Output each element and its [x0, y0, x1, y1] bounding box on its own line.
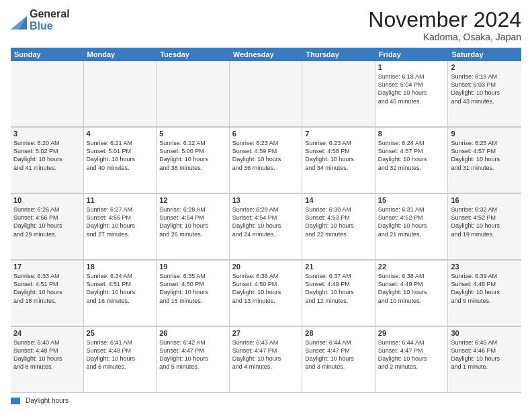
calendar-header-day: Tuesday — [157, 48, 230, 61]
day-number: 26 — [159, 329, 226, 337]
calendar-cell: 14Sunrise: 6:30 AM Sunset: 4:53 PM Dayli… — [302, 194, 375, 260]
day-number: 5 — [159, 130, 226, 138]
calendar-cell: 30Sunrise: 6:45 AM Sunset: 4:46 PM Dayli… — [448, 327, 521, 393]
day-info: Sunrise: 6:45 AM Sunset: 4:46 PM Dayligh… — [451, 338, 519, 371]
day-info: Sunrise: 6:19 AM Sunset: 5:03 PM Dayligh… — [451, 73, 519, 105]
day-info: Sunrise: 6:29 AM Sunset: 4:54 PM Dayligh… — [232, 205, 300, 238]
day-number: 27 — [232, 329, 300, 337]
calendar-cell: 26Sunrise: 6:42 AM Sunset: 4:47 PM Dayli… — [157, 327, 230, 393]
calendar-cell — [302, 61, 375, 127]
calendar: SundayMondayTuesdayWednesdayThursdayFrid… — [11, 48, 521, 393]
calendar-cell: 8Sunrise: 6:24 AM Sunset: 4:57 PM Daylig… — [375, 128, 449, 193]
day-info: Sunrise: 6:27 AM Sunset: 4:55 PM Dayligh… — [87, 205, 154, 238]
calendar-cell: 7Sunrise: 6:23 AM Sunset: 4:58 PM Daylig… — [302, 128, 375, 193]
day-number: 19 — [159, 263, 226, 271]
day-info: Sunrise: 6:22 AM Sunset: 5:00 PM Dayligh… — [159, 139, 226, 172]
day-info: Sunrise: 6:28 AM Sunset: 4:54 PM Dayligh… — [159, 205, 226, 238]
day-info: Sunrise: 6:31 AM Sunset: 4:52 PM Dayligh… — [378, 205, 445, 238]
day-number: 4 — [87, 130, 154, 138]
day-number: 24 — [13, 329, 81, 337]
day-info: Sunrise: 6:30 AM Sunset: 4:53 PM Dayligh… — [305, 205, 372, 238]
logo-general-text: General — [30, 8, 70, 20]
calendar-cell: 9Sunrise: 6:25 AM Sunset: 4:57 PM Daylig… — [448, 128, 521, 193]
calendar-header-day: Friday — [375, 48, 449, 61]
day-number: 8 — [378, 130, 445, 138]
day-info: Sunrise: 6:37 AM Sunset: 4:49 PM Dayligh… — [305, 272, 372, 305]
day-number: 2 — [451, 63, 519, 71]
day-info: Sunrise: 6:21 AM Sunset: 5:01 PM Dayligh… — [87, 139, 154, 172]
calendar-cell: 29Sunrise: 6:44 AM Sunset: 4:47 PM Dayli… — [375, 327, 449, 393]
day-number: 23 — [451, 263, 519, 271]
calendar-cell: 28Sunrise: 6:44 AM Sunset: 4:47 PM Dayli… — [302, 327, 375, 393]
logo-icon — [11, 11, 27, 30]
calendar-cell: 21Sunrise: 6:37 AM Sunset: 4:49 PM Dayli… — [302, 261, 375, 326]
day-number: 29 — [378, 329, 445, 337]
calendar-week-row: 24Sunrise: 6:40 AM Sunset: 4:48 PM Dayli… — [11, 327, 521, 393]
calendar-week-row: 10Sunrise: 6:26 AM Sunset: 4:56 PM Dayli… — [11, 194, 521, 261]
day-number: 28 — [305, 329, 372, 337]
day-number: 11 — [87, 196, 154, 204]
logo-text: General Blue — [30, 8, 70, 32]
calendar-week-row: 3Sunrise: 6:20 AM Sunset: 5:02 PM Daylig… — [11, 128, 521, 194]
calendar-header-day: Thursday — [302, 48, 375, 61]
day-info: Sunrise: 6:41 AM Sunset: 4:48 PM Dayligh… — [87, 338, 154, 371]
calendar-cell: 4Sunrise: 6:21 AM Sunset: 5:01 PM Daylig… — [84, 128, 157, 193]
calendar-cell: 24Sunrise: 6:40 AM Sunset: 4:48 PM Dayli… — [11, 327, 84, 393]
calendar-cell: 22Sunrise: 6:38 AM Sunset: 4:49 PM Dayli… — [375, 261, 449, 326]
calendar-cell — [230, 61, 303, 127]
calendar-body: 1Sunrise: 6:18 AM Sunset: 5:04 PM Daylig… — [11, 61, 521, 393]
calendar-cell: 3Sunrise: 6:20 AM Sunset: 5:02 PM Daylig… — [11, 128, 84, 193]
day-number: 7 — [305, 130, 372, 138]
calendar-cell: 11Sunrise: 6:27 AM Sunset: 4:55 PM Dayli… — [84, 194, 157, 260]
day-info: Sunrise: 6:43 AM Sunset: 4:47 PM Dayligh… — [232, 338, 300, 371]
calendar-header-day: Wednesday — [230, 48, 303, 61]
calendar-header: SundayMondayTuesdayWednesdayThursdayFrid… — [11, 48, 521, 61]
day-info: Sunrise: 6:33 AM Sunset: 4:51 PM Dayligh… — [13, 272, 81, 305]
calendar-cell: 13Sunrise: 6:29 AM Sunset: 4:54 PM Dayli… — [230, 194, 303, 260]
calendar-cell — [157, 61, 230, 127]
day-number: 10 — [13, 196, 81, 204]
day-info: Sunrise: 6:34 AM Sunset: 4:51 PM Dayligh… — [87, 272, 154, 305]
day-number: 14 — [305, 196, 372, 204]
calendar-cell: 12Sunrise: 6:28 AM Sunset: 4:54 PM Dayli… — [157, 194, 230, 260]
day-info: Sunrise: 6:32 AM Sunset: 4:52 PM Dayligh… — [451, 205, 519, 238]
calendar-cell: 5Sunrise: 6:22 AM Sunset: 5:00 PM Daylig… — [157, 128, 230, 193]
day-info: Sunrise: 6:18 AM Sunset: 5:04 PM Dayligh… — [378, 73, 445, 105]
calendar-cell: 19Sunrise: 6:35 AM Sunset: 4:50 PM Dayli… — [157, 261, 230, 326]
calendar-cell: 20Sunrise: 6:36 AM Sunset: 4:50 PM Dayli… — [230, 261, 303, 326]
day-info: Sunrise: 6:20 AM Sunset: 5:02 PM Dayligh… — [13, 139, 81, 172]
day-info: Sunrise: 6:25 AM Sunset: 4:57 PM Dayligh… — [451, 139, 519, 172]
day-info: Sunrise: 6:42 AM Sunset: 4:47 PM Dayligh… — [159, 338, 226, 371]
calendar-cell: 15Sunrise: 6:31 AM Sunset: 4:52 PM Dayli… — [375, 194, 449, 260]
day-number: 16 — [451, 196, 519, 204]
day-number: 3 — [13, 130, 81, 138]
calendar-cell: 18Sunrise: 6:34 AM Sunset: 4:51 PM Dayli… — [84, 261, 157, 326]
day-info: Sunrise: 6:44 AM Sunset: 4:47 PM Dayligh… — [305, 338, 372, 371]
day-number: 20 — [232, 263, 300, 271]
header: General Blue November 2024 Kadoma, Osaka… — [11, 8, 521, 42]
logo-blue-text: Blue — [30, 20, 70, 32]
calendar-cell: 27Sunrise: 6:43 AM Sunset: 4:47 PM Dayli… — [230, 327, 303, 393]
calendar-cell — [84, 61, 157, 127]
day-info: Sunrise: 6:39 AM Sunset: 4:48 PM Dayligh… — [451, 272, 519, 305]
logo: General Blue — [11, 8, 70, 32]
day-number: 22 — [378, 263, 445, 271]
day-info: Sunrise: 6:36 AM Sunset: 4:50 PM Dayligh… — [232, 272, 300, 305]
subtitle: Kadoma, Osaka, Japan — [368, 32, 521, 42]
day-number: 21 — [305, 263, 372, 271]
day-number: 9 — [451, 130, 519, 138]
day-number: 25 — [87, 329, 154, 337]
footer: Daylight hours — [11, 397, 521, 404]
legend-label: Daylight hours — [26, 397, 69, 404]
day-info: Sunrise: 6:26 AM Sunset: 4:56 PM Dayligh… — [13, 205, 81, 238]
calendar-header-day: Sunday — [11, 48, 84, 61]
day-info: Sunrise: 6:23 AM Sunset: 4:58 PM Dayligh… — [305, 139, 372, 172]
day-info: Sunrise: 6:44 AM Sunset: 4:47 PM Dayligh… — [378, 338, 445, 371]
calendar-cell — [11, 61, 84, 127]
day-info: Sunrise: 6:23 AM Sunset: 4:59 PM Dayligh… — [232, 139, 300, 172]
calendar-cell: 1Sunrise: 6:18 AM Sunset: 5:04 PM Daylig… — [375, 61, 449, 127]
day-info: Sunrise: 6:40 AM Sunset: 4:48 PM Dayligh… — [13, 338, 81, 371]
day-info: Sunrise: 6:35 AM Sunset: 4:50 PM Dayligh… — [159, 272, 226, 305]
calendar-cell: 17Sunrise: 6:33 AM Sunset: 4:51 PM Dayli… — [11, 261, 84, 326]
calendar-cell: 6Sunrise: 6:23 AM Sunset: 4:59 PM Daylig… — [230, 128, 303, 193]
